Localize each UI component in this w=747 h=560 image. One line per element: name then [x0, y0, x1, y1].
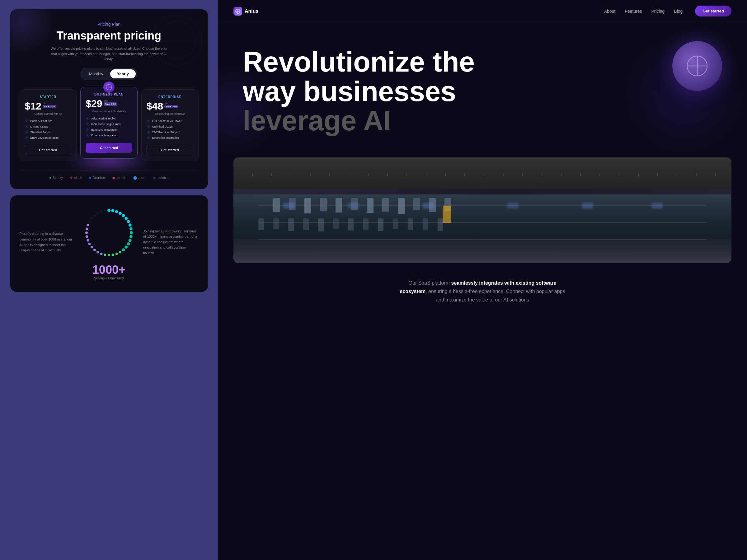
plan-starter-name: STARTER	[25, 95, 72, 99]
nav-link-blog[interactable]: Blog	[674, 8, 682, 14]
laptop-glow	[652, 203, 663, 209]
svg-point-23	[115, 252, 118, 255]
svg-point-20	[125, 245, 128, 248]
plan-business-name: BUSINESS PLAN	[85, 93, 132, 96]
plan-enterprise-meta: /mo Save 20%	[164, 101, 178, 108]
svg-point-34	[85, 232, 88, 234]
svg-point-14	[129, 223, 132, 226]
laptop-glow	[582, 203, 593, 209]
nav-links: About Features Pricing Blog	[604, 8, 683, 14]
person	[320, 198, 327, 211]
office-photo-placeholder	[233, 157, 731, 263]
plan-starter-cta[interactable]: Get started	[25, 145, 72, 155]
plan-business-features: ✓Advanced AI Toolkit ✓Increased Usage Li…	[85, 117, 132, 138]
pricing-section-label: Pricing Plan	[97, 22, 121, 27]
community-left-text: Proudly catering to a diverse community …	[20, 231, 75, 253]
plan-starter-desc: Getting started with AI	[25, 112, 72, 115]
plan-starter: STARTER $12 /mo Save 20% Getting started…	[20, 89, 77, 161]
check-icon: ✓	[85, 122, 89, 126]
brand-pendo: ◉ pendo	[112, 176, 126, 180]
office-lights	[233, 173, 731, 176]
person	[336, 198, 342, 212]
svg-point-9	[115, 210, 118, 213]
svg-point-16	[130, 231, 133, 234]
laptop-glow	[423, 203, 434, 209]
nav-link-pricing[interactable]: Pricing	[651, 8, 665, 14]
svg-point-32	[86, 239, 89, 241]
list-item: ✓Entry-Level Integration	[25, 136, 72, 140]
person	[363, 218, 368, 230]
pricing-section: Pricing Plan Transparent pricing We offe…	[10, 9, 208, 189]
check-icon: ✓	[147, 130, 150, 134]
featured-icon	[103, 81, 114, 93]
person	[382, 198, 389, 212]
check-icon: ✓	[85, 133, 89, 137]
person	[348, 218, 354, 231]
check-icon: ✓	[25, 119, 29, 123]
plan-enterprise-price-row: $48 /mo Save 20%	[147, 101, 193, 111]
laptop-glow	[348, 203, 359, 209]
check-icon: ✓	[25, 125, 29, 129]
svg-point-12	[125, 216, 128, 220]
brand-slack: ❖ slack	[70, 176, 82, 180]
yearly-toggle[interactable]: Yearly	[110, 70, 136, 78]
plan-business-per: /mo	[104, 99, 117, 102]
hero-title: Revolutionize the way businesses leverag…	[243, 47, 722, 136]
plan-business-cta[interactable]: Get started	[85, 143, 132, 153]
logo-icon	[233, 7, 242, 16]
svg-point-38	[91, 217, 93, 219]
person	[318, 218, 324, 232]
check-icon: ✓	[147, 136, 150, 140]
community-section: Proudly catering to a diverse community …	[10, 195, 208, 292]
pricing-title: Transparent pricing	[57, 29, 161, 42]
svg-point-17	[129, 235, 133, 238]
community-right-text: Joining our ever-growing user base of 10…	[143, 229, 199, 256]
list-item: ✓Increased Usage Limits	[85, 122, 132, 126]
hero-section: Revolutionize the way businesses leverag…	[218, 22, 747, 151]
plan-enterprise-features: ✓Full-Spectrum AI Power ✓Unlimited Usage…	[147, 119, 193, 140]
svg-point-33	[85, 235, 88, 238]
plan-starter-price-row: $12 /mo Save 20%	[25, 101, 72, 111]
laptop-glow	[507, 203, 518, 209]
list-item: ✓Unlimited Usage	[147, 125, 193, 129]
person	[378, 218, 383, 231]
nav-link-about[interactable]: About	[604, 8, 616, 14]
svg-point-25	[108, 254, 110, 256]
nav-link-features[interactable]: Features	[625, 8, 642, 14]
svg-point-24	[112, 253, 114, 256]
check-icon: ✓	[147, 125, 150, 129]
monthly-toggle[interactable]: Monthly	[82, 70, 110, 78]
person	[304, 198, 311, 213]
plan-business: BUSINESS PLAN $29 /mo Save 20% Customiza…	[80, 87, 137, 159]
yellow-jacket-person	[443, 206, 451, 223]
svg-point-31	[88, 243, 91, 245]
svg-point-35	[85, 228, 88, 230]
logo-name: Anius	[244, 8, 258, 14]
plan-starter-meta: /mo Save 20%	[43, 101, 56, 108]
plan-enterprise-cta[interactable]: Get started	[147, 145, 193, 155]
person	[333, 218, 339, 229]
brand-coinbase: ◎ coinb...	[153, 176, 169, 180]
brands-row: ● Spotify ❖ slack ◆ Dropbox ◉ pendo ⬤ zo…	[20, 170, 199, 180]
person	[393, 218, 398, 229]
list-item: ✓Advanced AI Toolkit	[85, 117, 132, 121]
list-item: ✓Full-Spectrum AI Power	[147, 119, 193, 123]
plan-enterprise-name: ENTERPRISE	[147, 95, 193, 99]
community-inner: Proudly catering to a diverse community …	[20, 205, 199, 280]
laptop-glow	[283, 203, 294, 209]
person	[303, 218, 309, 230]
person	[367, 198, 374, 213]
nav-cta-button[interactable]: Get started	[695, 6, 731, 17]
list-item: ✓Basic AI Features	[25, 119, 72, 123]
check-icon: ✓	[25, 136, 29, 140]
left-panel: Pricing Plan Transparent pricing We offe…	[0, 0, 218, 560]
nav-logo: Anius	[233, 7, 258, 16]
svg-point-27	[100, 252, 102, 255]
brand-spotify: ● Spotify	[49, 176, 63, 180]
svg-point-10	[119, 212, 122, 215]
svg-point-21	[122, 248, 125, 251]
billing-toggle[interactable]: Monthly Yearly	[81, 68, 137, 80]
svg-point-37	[89, 220, 91, 222]
list-item: ✓Extensive Integration	[85, 128, 132, 132]
svg-point-18	[129, 239, 132, 242]
